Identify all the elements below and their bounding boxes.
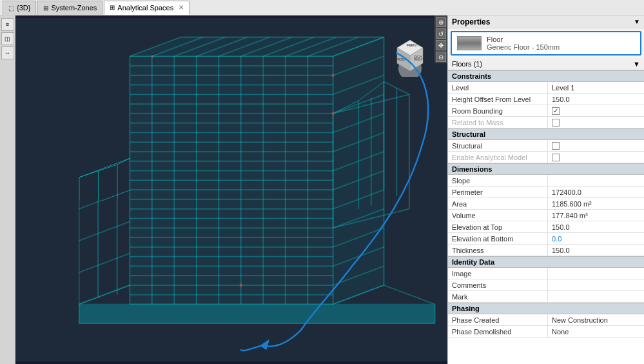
room-bounding-checkbox[interactable] [552, 107, 560, 115]
viewport[interactable]: TOP RIGHT FRONT FRONT RIGHT ⊕ ↺ ✥ ⊖ [15, 15, 447, 364]
prop-mark: Mark [448, 291, 644, 303]
properties-panel: Properties ▼ Floor Generic Floor - 150mm… [447, 15, 644, 364]
sidebar-tools: ≡ ◫ ↔ [0, 15, 15, 364]
prop-elevation-bottom: Elevation at Bottom 0.0 [448, 233, 644, 245]
viewport-right-tools: ⊕ ↺ ✥ ⊖ [434, 15, 447, 63]
dropdown-arrow-icon: ▼ [633, 60, 640, 68]
section-identity: Identity Data [448, 256, 644, 268]
element-name: Generic Floor - 150mm [487, 43, 560, 51]
system-zones-icon: ⊞ [43, 5, 48, 12]
tab-analytical-spaces[interactable]: ⊞ Analytical Spaces ✕ [104, 1, 190, 15]
rotate-tool[interactable]: ↺ [436, 28, 446, 39]
tool-btn-3[interactable]: ↔ [1, 46, 14, 59]
tab-analytical-spaces-label: Analytical Spaces [117, 4, 173, 12]
prop-phase-created: Phase Created New Construction [448, 314, 644, 326]
svg-rect-76 [79, 304, 435, 323]
svg-text:FRONT: FRONT [395, 57, 406, 61]
tab-system-zones[interactable]: ⊞ System-Zones [37, 1, 102, 15]
element-type: Floor [487, 35, 560, 43]
prop-room-bounding: Room Bounding [448, 105, 644, 117]
section-constraints: Constraints [448, 70, 644, 82]
prop-perimeter: Perimeter 172400.0 [448, 187, 644, 198]
tool-btn-1[interactable]: ≡ [1, 18, 14, 31]
properties-collapse-icon[interactable]: ▼ [634, 18, 640, 25]
properties-header: Properties ▼ [448, 15, 644, 28]
tab-3d-label: {3D} [17, 4, 30, 12]
related-to-mass-checkbox[interactable] [552, 119, 560, 126]
element-card: Floor Generic Floor - 150mm [451, 31, 641, 56]
zoom-out-tool[interactable]: ⊖ [436, 52, 446, 62]
prop-area: Area 1185.600 m² [448, 198, 644, 210]
prop-structural: Structural [448, 140, 644, 152]
prop-phase-demolished: Phase Demolished None [448, 326, 644, 338]
building-svg [15, 15, 447, 364]
tool-btn-2[interactable]: ◫ [1, 32, 14, 45]
tab-3d[interactable]: ⬚ {3D} [3, 1, 36, 15]
prop-elevation-top: Elevation at Top 150.0 [448, 221, 644, 233]
tab-close-button[interactable]: ✕ [179, 4, 184, 11]
svg-marker-96 [130, 56, 333, 304]
prop-slope: Slope [448, 175, 644, 187]
pan-tool[interactable]: ✥ [436, 40, 446, 50]
prop-enable-analytical: Enable Analytical Model [448, 152, 644, 163]
svg-marker-97 [333, 37, 384, 305]
prop-comments: Comments [448, 279, 644, 291]
floor-dropdown[interactable]: Floors (1) ▼ [448, 58, 644, 70]
floor-icon [457, 36, 482, 50]
section-structural: Structural [448, 128, 644, 140]
section-dimensions: Dimensions [448, 163, 644, 175]
nav-cube[interactable]: TOP RIGHT FRONT FRONT RIGHT [389, 35, 428, 74]
prop-height-offset: Height Offset From Level 150.0 [448, 94, 644, 105]
properties-table[interactable]: Constraints Level Level 1 Height Offset … [448, 70, 644, 364]
properties-title: Properties [452, 17, 490, 26]
svg-text:FRONT: FRONT [407, 43, 418, 47]
prop-related-to-mass: Related to Mass [448, 117, 644, 128]
prop-volume: Volume 177.840 m³ [448, 210, 644, 221]
floor-selector-label: Floors (1) [452, 60, 482, 68]
enable-analytical-checkbox[interactable] [552, 154, 560, 161]
svg-text:RIGHT: RIGHT [414, 55, 424, 59]
structural-checkbox[interactable] [552, 142, 560, 150]
analytical-spaces-icon: ⊞ [110, 4, 115, 11]
zoom-tool[interactable]: ⊕ [436, 17, 446, 27]
prop-level: Level Level 1 [448, 82, 644, 94]
3d-icon: ⬚ [8, 5, 14, 12]
tab-bar: ⬚ {3D} ⊞ System-Zones ⊞ Analytical Space… [0, 0, 644, 15]
section-phasing: Phasing [448, 303, 644, 314]
element-card-text: Floor Generic Floor - 150mm [487, 35, 560, 51]
main-container: ≡ ◫ ↔ [0, 15, 644, 364]
prop-image: Image [448, 268, 644, 279]
prop-thickness: Thickness 150.0 [448, 245, 644, 256]
tab-system-zones-label: System-Zones [51, 4, 97, 12]
